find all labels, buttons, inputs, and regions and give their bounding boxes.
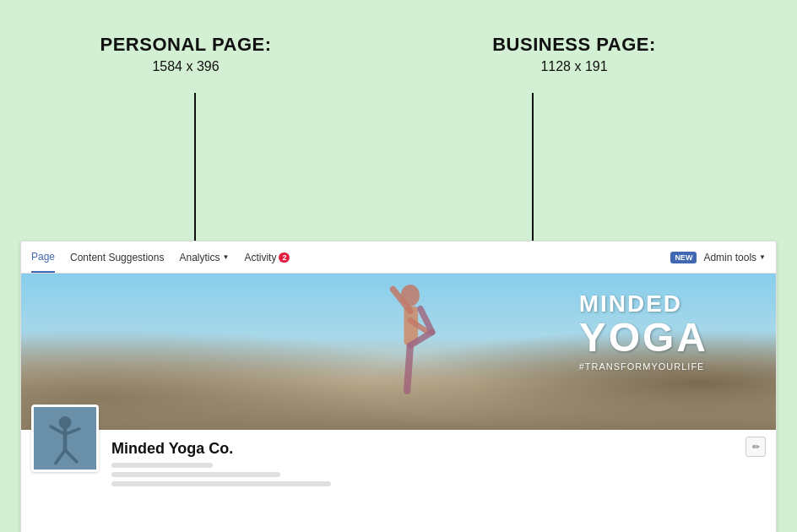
admin-tools-button[interactable]: Admin tools ▼ bbox=[703, 252, 766, 263]
business-line bbox=[532, 93, 534, 241]
avatar bbox=[31, 404, 99, 472]
fb-nav-bar: Page Content Suggestions Analytics ▼ Act… bbox=[21, 242, 776, 274]
personal-page-title: PERSONAL PAGE: bbox=[100, 34, 272, 56]
nav-item-content-suggestions[interactable]: Content Suggestions bbox=[70, 242, 164, 273]
analytics-dropdown-arrow: ▼ bbox=[222, 253, 229, 261]
nav-item-activity[interactable]: Activity 2 bbox=[244, 242, 290, 273]
placeholder-line-3 bbox=[111, 481, 331, 486]
business-page-label: BUSINESS PAGE: 1128 x 191 bbox=[464, 34, 684, 74]
cover-photo: MINDED YOGA #TRANSFORMYOURLIFE bbox=[21, 274, 776, 430]
cover-text-hashtag: #TRANSFORMYOURLIFE bbox=[579, 361, 708, 372]
svg-line-4 bbox=[407, 345, 410, 391]
business-page-dims: 1128 x 191 bbox=[540, 59, 607, 74]
edit-button[interactable]: ✏ bbox=[745, 437, 766, 457]
profile-section: Minded Yoga Co. ✏ + Follow Visit website… bbox=[21, 430, 776, 532]
personal-page-label: PERSONAL PAGE: 1584 x 396 bbox=[76, 34, 295, 74]
admin-tools-dropdown-arrow: ▼ bbox=[759, 253, 766, 261]
business-page-title: BUSINESS PAGE: bbox=[492, 34, 656, 56]
personal-page-dims: 1584 x 396 bbox=[152, 59, 219, 74]
cover-text-minded: MINDED bbox=[579, 290, 708, 318]
nav-right: NEW Admin tools ▼ bbox=[670, 252, 766, 263]
placeholder-line-2 bbox=[111, 472, 280, 477]
nav-item-page[interactable]: Page bbox=[31, 242, 55, 273]
personal-line bbox=[194, 93, 196, 241]
facebook-page-card: Page Content Suggestions Analytics ▼ Act… bbox=[20, 241, 777, 532]
profile-placeholder-lines bbox=[111, 463, 766, 486]
cover-person-image bbox=[358, 274, 459, 430]
annotation-labels: PERSONAL PAGE: 1584 x 396 BUSINESS PAGE:… bbox=[0, 0, 797, 91]
cover-text-overlay: MINDED YOGA #TRANSFORMYOURLIFE bbox=[579, 290, 708, 372]
page-name: Minded Yoga Co. bbox=[111, 440, 766, 458]
new-badge: NEW bbox=[670, 252, 697, 263]
placeholder-line-1 bbox=[111, 463, 213, 468]
avatar-image bbox=[34, 407, 96, 470]
activity-badge: 2 bbox=[279, 252, 290, 263]
cover-text-yoga: YOGA bbox=[579, 318, 708, 358]
nav-item-analytics[interactable]: Analytics ▼ bbox=[179, 242, 229, 273]
